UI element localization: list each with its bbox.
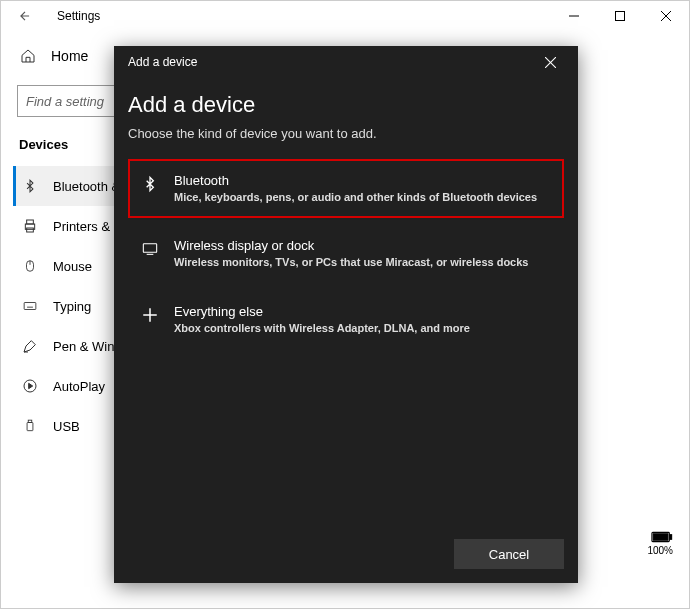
- bluetooth-icon: [140, 174, 160, 194]
- option-text: Everything else Xbox controllers with Wi…: [174, 304, 470, 335]
- dialog-body: Add a device Choose the kind of device y…: [114, 78, 578, 525]
- maximize-button[interactable]: [597, 1, 643, 31]
- printer-icon: [21, 217, 39, 235]
- window-controls: [551, 1, 689, 31]
- close-button[interactable]: [643, 1, 689, 31]
- dialog-footer: Cancel: [114, 525, 578, 583]
- dialog-titlebar: Add a device: [114, 46, 578, 78]
- option-desc: Xbox controllers with Wireless Adapter, …: [174, 321, 470, 335]
- sidebar-item-label: Typing: [53, 299, 91, 314]
- display-icon: [140, 239, 160, 259]
- dialog-heading: Add a device: [128, 92, 564, 118]
- svg-rect-19: [653, 534, 668, 540]
- device-option-wireless-display[interactable]: Wireless display or dock Wireless monito…: [128, 224, 564, 283]
- sidebar-item-label: USB: [53, 419, 80, 434]
- keyboard-icon: [21, 297, 39, 315]
- svg-rect-1: [616, 12, 625, 21]
- option-text: Bluetooth Mice, keyboards, pens, or audi…: [174, 173, 537, 204]
- option-title: Wireless display or dock: [174, 238, 528, 253]
- option-desc: Wireless monitors, TVs, or PCs that use …: [174, 255, 528, 269]
- plus-icon: [140, 305, 160, 325]
- svg-rect-17: [28, 420, 32, 422]
- svg-rect-20: [670, 535, 672, 540]
- dialog-close-button[interactable]: [530, 46, 570, 78]
- cancel-button[interactable]: Cancel: [454, 539, 564, 569]
- svg-rect-5: [27, 220, 34, 224]
- svg-rect-23: [143, 244, 156, 253]
- device-option-bluetooth[interactable]: Bluetooth Mice, keyboards, pens, or audi…: [128, 159, 564, 218]
- battery-percentage: 100%: [647, 545, 673, 556]
- option-title: Everything else: [174, 304, 470, 319]
- pen-icon: [21, 337, 39, 355]
- system-tray: 100%: [647, 531, 673, 556]
- minimize-button[interactable]: [551, 1, 597, 31]
- option-desc: Mice, keyboards, pens, or audio and othe…: [174, 190, 537, 204]
- titlebar: Settings: [1, 1, 689, 31]
- add-device-dialog: Add a device Add a device Choose the kin…: [114, 46, 578, 583]
- back-button[interactable]: [9, 1, 41, 31]
- home-icon: [19, 47, 37, 65]
- dialog-subtitle: Choose the kind of device you want to ad…: [128, 126, 564, 141]
- svg-rect-9: [24, 303, 36, 310]
- dialog-title: Add a device: [128, 55, 197, 69]
- autoplay-icon: [21, 377, 39, 395]
- battery-icon: [651, 531, 673, 543]
- mouse-icon: [21, 257, 39, 275]
- option-title: Bluetooth: [174, 173, 537, 188]
- sidebar-item-label: Mouse: [53, 259, 92, 274]
- svg-rect-16: [27, 423, 33, 431]
- sidebar-item-label: AutoPlay: [53, 379, 105, 394]
- option-text: Wireless display or dock Wireless monito…: [174, 238, 528, 269]
- settings-window: Settings Home Devices: [0, 0, 690, 609]
- window-title: Settings: [57, 9, 100, 23]
- home-label: Home: [51, 48, 88, 64]
- svg-rect-6: [27, 228, 34, 232]
- bluetooth-icon: [21, 177, 39, 195]
- usb-icon: [21, 417, 39, 435]
- device-option-everything-else[interactable]: Everything else Xbox controllers with Wi…: [128, 290, 564, 349]
